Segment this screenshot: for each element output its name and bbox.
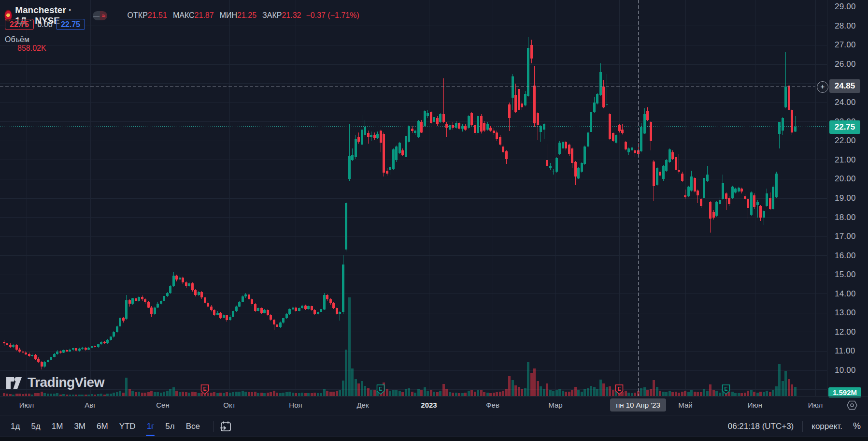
tradingview-logo-icon xyxy=(6,375,23,390)
price-axis-label: 19.00 xyxy=(835,193,856,203)
range-button-Все[interactable]: Все xyxy=(182,420,204,433)
price-axis-label: 15.00 xyxy=(835,270,856,279)
range-button-1д[interactable]: 1д xyxy=(7,420,24,433)
low-value: 21.25 xyxy=(237,11,256,20)
price-axis-label: 16.00 xyxy=(835,251,856,261)
range-button-3M[interactable]: 3M xyxy=(70,420,89,433)
high-label: МАКС xyxy=(173,11,195,20)
time-axis-label: Сен xyxy=(143,401,182,409)
open-value: 21.51 xyxy=(148,11,167,20)
time-axis-label: Окт xyxy=(210,401,249,409)
dash-icon[interactable]: — xyxy=(93,11,100,20)
high-value: 21.87 xyxy=(195,11,214,20)
price-axis-label: 12.00 xyxy=(835,327,856,337)
range-selector: 1д5д1M3M6MYTD1г5лВсе xyxy=(7,415,232,437)
price-axis-label: 11.00 xyxy=(835,346,855,356)
range-button-1M[interactable]: 1M xyxy=(48,420,67,433)
adjust-data-toggle[interactable]: коррект. xyxy=(811,422,842,431)
price-axis-label: 17.00 xyxy=(835,232,856,241)
time-axis-label: Июл xyxy=(7,401,46,409)
time-axis[interactable]: ИюлАвгСенОктНояДек2023ФевМарМайИюнИюл пн… xyxy=(0,396,868,415)
price-axis-label: 27.00 xyxy=(835,40,856,50)
tradingview-watermark[interactable]: TradingView xyxy=(6,375,104,390)
price-axis-label: 20.00 xyxy=(835,174,856,184)
price-axis-label: 21.00 xyxy=(835,155,856,165)
time-axis-label: Ноя xyxy=(276,401,315,409)
bottom-toolbar: 1д5д1M3M6MYTD1г5лВсе 06:21:18 (UTC+3) ко… xyxy=(0,415,868,437)
wave-icon[interactable]: ≈ xyxy=(100,11,107,20)
range-button-5д[interactable]: 5д xyxy=(27,420,44,433)
range-button-YTD[interactable]: YTD xyxy=(115,420,140,433)
low-label: МИН xyxy=(220,11,237,20)
price-axis-label: 18.00 xyxy=(835,213,856,222)
time-axis-label: Июн xyxy=(736,401,774,409)
open-label: ОТКР xyxy=(128,11,148,20)
buy-button[interactable]: 22.75 xyxy=(56,19,85,30)
watermark-label: TradingView xyxy=(28,375,104,390)
price-axis-label: 24.00 xyxy=(835,98,856,107)
svg-text:E: E xyxy=(617,386,621,392)
ohlc-readout: ОТКР21.51 МАКС21.87 МИН21.25 ЗАКР21.32 −… xyxy=(122,11,359,20)
time-axis-label: Июл xyxy=(796,401,835,409)
close-value: 21.32 xyxy=(282,11,301,20)
svg-text:E: E xyxy=(724,386,727,392)
percent-scale-toggle[interactable]: % xyxy=(853,421,861,431)
svg-text:E: E xyxy=(379,386,382,392)
price-axis-label: 22.00 xyxy=(835,136,856,146)
svg-text:E: E xyxy=(203,386,206,392)
volume-indicator-legend[interactable]: Объём 858.02K xyxy=(5,35,46,53)
volume-label: Объём xyxy=(5,35,29,44)
price-axis-label: 10.00 xyxy=(835,366,856,375)
price-axis[interactable]: 29.0028.0027.0026.0025.0024.0023.0022.00… xyxy=(827,0,868,396)
candlestick-chart[interactable]: E E E E xyxy=(0,0,827,396)
trade-panel: 22.75 0.00 22.75 xyxy=(5,19,85,30)
time-axis-label: Фев xyxy=(473,401,512,409)
crosshair-date-tag: пн 10 Апр '23 xyxy=(610,398,666,412)
sell-button[interactable]: 22.75 xyxy=(5,19,34,30)
legend-toggle-pill[interactable]: — ≈ xyxy=(93,11,107,20)
close-label: ЗАКР xyxy=(262,11,282,20)
goto-date-calendar-icon[interactable] xyxy=(219,421,232,432)
time-axis-label: Мар xyxy=(536,401,575,409)
page-background-strip xyxy=(0,437,868,441)
crosshair-price-tag: 24.85 xyxy=(829,79,860,93)
price-axis-label: 14.00 xyxy=(835,289,856,299)
toolbar-divider xyxy=(802,421,803,432)
volume-value: 858.02K xyxy=(17,44,46,52)
time-axis-label: Авг xyxy=(71,401,110,409)
price-axis-label: 13.00 xyxy=(835,308,856,318)
time-axis-label: 2023 xyxy=(410,401,448,409)
clock-timezone[interactable]: 06:21:18 (UTC+3) xyxy=(728,422,794,431)
chart-widget: E E E E TradingView Manchester · 1Д · NY… xyxy=(0,0,868,441)
price-axis-label: 28.00 xyxy=(835,21,856,31)
time-axis-label: Дек xyxy=(343,401,382,409)
time-axis-label: Май xyxy=(666,401,705,409)
change-value: −0.37 (−1.71%) xyxy=(306,11,359,20)
last-price-tag: 22.75 xyxy=(829,120,860,134)
axis-settings-icon[interactable] xyxy=(846,399,858,411)
price-axis-label: 29.00 xyxy=(835,2,856,12)
range-button-5л[interactable]: 5л xyxy=(161,420,178,433)
price-axis-label: 26.00 xyxy=(835,59,856,69)
spread-value: 0.00 xyxy=(34,20,56,29)
range-button-6M[interactable]: 6M xyxy=(93,420,112,433)
add-alert-plus-icon[interactable]: + xyxy=(817,81,828,93)
range-button-1г[interactable]: 1г xyxy=(143,420,158,433)
toolbar-divider xyxy=(213,421,213,432)
